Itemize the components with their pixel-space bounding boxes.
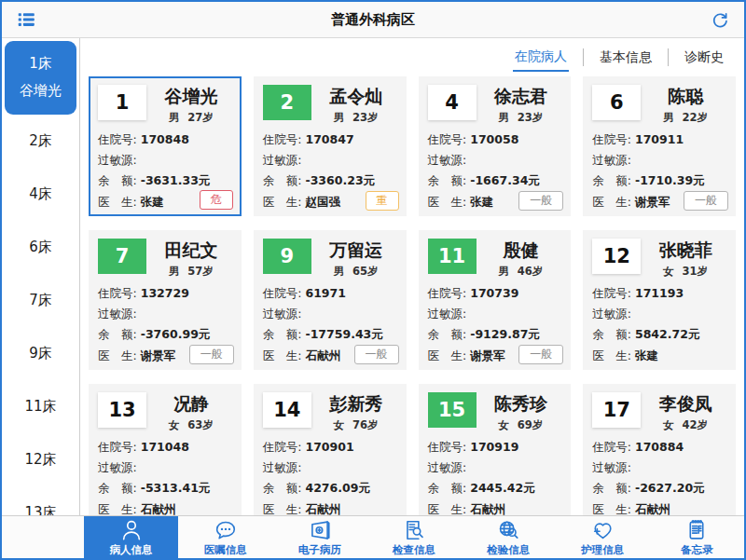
balance-label: 余 额:: [263, 173, 302, 187]
patient-card[interactable]: 2 孟令灿 男23岁 住院号:170847 过敏源: 余 额:-3360.23元: [254, 76, 407, 216]
patient-name: 李俊凤: [644, 393, 726, 415]
balance-value: 2445.42元: [470, 481, 534, 495]
doctor-label: 医 生:: [428, 502, 467, 515]
sidebar-bed-item[interactable]: 4床: [2, 168, 79, 221]
bed-number-box: 11: [428, 239, 477, 274]
patient-card[interactable]: 17 李俊凤 女42岁 住院号:170884 过敏源: 余 额:-2627.20…: [583, 384, 736, 515]
sidebar-bed-item[interactable]: 11床: [2, 380, 79, 433]
sidebar-bed-item[interactable]: 13床: [2, 486, 79, 515]
toolbar-item[interactable]: 备忘录: [650, 516, 744, 558]
bed-number-box: 14: [263, 392, 311, 428]
balance-label: 余 额:: [592, 327, 631, 341]
card-header: 13 况静 女63岁: [98, 392, 232, 432]
sidebar-bed-selected[interactable]: 1床 谷增光: [5, 41, 76, 115]
admission-no-label: 住院号:: [592, 132, 631, 146]
card-header: 2 孟令灿 男23岁: [263, 85, 397, 125]
toolbar-item[interactable]: 检查信息: [366, 516, 461, 558]
patient-card[interactable]: 6 陈聪 男22岁 住院号:170911 过敏源: 余 额:-1710.39元 …: [583, 76, 736, 216]
card-header: 7 田纪文 男57岁: [98, 239, 232, 279]
admission-no-value: 170847: [305, 132, 353, 146]
tab-basic-info[interactable]: 基本信息: [598, 44, 654, 71]
balance-value: -5313.41元: [141, 481, 211, 495]
balance-label: 余 额:: [592, 481, 631, 495]
toolbar-item-label: 备忘录: [681, 543, 713, 557]
balance-label: 余 额:: [98, 173, 137, 187]
sidebar-bed-item[interactable]: 2床: [2, 115, 79, 168]
patient-gender: 男: [334, 265, 345, 278]
sidebar-bed-item[interactable]: 7床: [2, 274, 79, 327]
patient-gender-age: 男46岁: [480, 265, 562, 279]
admission-no-value: 170739: [470, 286, 518, 300]
admission-no-label: 住院号:: [592, 440, 631, 454]
balance-value: -3760.99元: [141, 327, 211, 341]
balance-label: 余 额:: [428, 327, 467, 341]
doctor-value: 赵国强: [305, 195, 340, 209]
toolbar-item[interactable]: 病人信息: [84, 516, 178, 558]
refresh-icon[interactable]: [708, 7, 732, 32]
sidebar-bed-item[interactable]: 9床: [2, 327, 79, 380]
balance-label: 余 额:: [263, 327, 302, 341]
patient-age: 69岁: [518, 418, 544, 431]
bed-number-box: 2: [263, 85, 311, 120]
balance-value: 5842.72元: [635, 327, 699, 341]
patient-age: 31岁: [683, 265, 709, 278]
toolbar-item[interactable]: 检验信息: [462, 516, 556, 558]
top-bar: 普通外科病区: [2, 2, 744, 38]
patient-card[interactable]: 4 徐志君 男23岁 住院号:170058 过敏源: 余 额:-1667.34元: [419, 76, 572, 216]
patient-card[interactable]: 15 陈秀珍 女69岁 住院号:170919 过敏源: 余 额:2445.42元: [419, 384, 572, 515]
allergy-label: 过敏源:: [592, 307, 631, 321]
admission-no-label: 住院号:: [428, 286, 467, 300]
patient-card[interactable]: 13 况静 女63岁 住院号:171048 过敏源: 余 额:-5313.41元: [89, 384, 242, 515]
patient-card[interactable]: 11 殷健 男46岁 住院号:170739 过敏源: 余 额:-9129.87元: [419, 230, 572, 370]
patient-age: 76岁: [352, 418, 379, 431]
admission-no-value: 61971: [305, 286, 346, 300]
doctor-value: 谢景军: [635, 195, 670, 209]
balance-value: -2627.20元: [635, 481, 705, 495]
patient-card[interactable]: 12 张晓菲 女31岁 住院号:171193 过敏源: 余 额:5842.72元: [583, 230, 736, 370]
balance-value: -3360.23元: [305, 173, 375, 187]
patient-gender: 女: [663, 418, 674, 431]
toolbar-item-label: 电子病历: [298, 543, 341, 557]
doctor-label: 医 生:: [263, 348, 302, 362]
admission-no-label: 住院号:: [98, 440, 137, 454]
sidebar-bed-item[interactable]: 12床: [2, 433, 79, 486]
patient-gender: 男: [498, 111, 509, 124]
menu-list-icon[interactable]: [14, 7, 38, 32]
admission-no-value: 170919: [470, 440, 518, 454]
tab-diagnosis-history[interactable]: 诊断史: [683, 44, 725, 71]
tab-inpatients[interactable]: 在院病人: [513, 43, 569, 72]
status-badge: 重: [366, 191, 399, 211]
patient-card[interactable]: 1 谷增光 男27岁 住院号:170848 过敏源: 余 额:-3631.33元: [89, 76, 242, 216]
admission-no-value: 170901: [305, 440, 353, 454]
admission-no-value: 170848: [141, 132, 189, 146]
sidebar-bed-item[interactable]: 6床: [2, 221, 79, 274]
patient-gender-age: 男23岁: [480, 111, 562, 125]
patient-card[interactable]: 9 万留运 男65岁 住院号:61971 过敏源: 余 额:-17759.43元: [254, 230, 407, 370]
toolbar-item[interactable]: 医嘱信息: [178, 516, 272, 558]
patient-card[interactable]: 14 彭新秀 女76岁 住院号:170901 过敏源: 余 额:4276.09元: [254, 384, 407, 515]
bed-number-box: 6: [592, 85, 641, 120]
doctor-value: 石献州: [305, 502, 340, 515]
patient-age: 63岁: [187, 418, 214, 431]
tab-separator: [668, 48, 669, 66]
patient-card[interactable]: 7 田纪文 男57岁 住院号:132729 过敏源: 余 额:-3760.99元: [89, 230, 242, 370]
patient-age: 23岁: [352, 111, 379, 124]
allergy-label: 过敏源:: [592, 460, 631, 474]
doctor-label: 医 生:: [263, 195, 302, 209]
bed-number-box: 15: [428, 392, 477, 428]
toolbar-item[interactable]: 电子病历: [272, 516, 366, 558]
allergy-label: 过敏源:: [98, 307, 137, 321]
selected-bed-number: 1床: [5, 50, 76, 77]
person-icon: [119, 518, 144, 542]
patient-gender: 女: [663, 265, 674, 278]
medical-record-icon: [308, 518, 332, 542]
patient-age: 27岁: [187, 111, 214, 124]
toolbar-item[interactable]: 护理信息: [556, 516, 650, 558]
memo-notepad-icon: [684, 518, 709, 542]
balance-value: 4276.09元: [305, 481, 369, 495]
patient-gender-age: 男65岁: [315, 265, 397, 279]
patient-gender: 女: [169, 418, 180, 431]
allergy-label: 过敏源:: [263, 307, 302, 321]
patient-gender: 男: [498, 265, 509, 278]
balance-label: 余 额:: [428, 481, 467, 495]
